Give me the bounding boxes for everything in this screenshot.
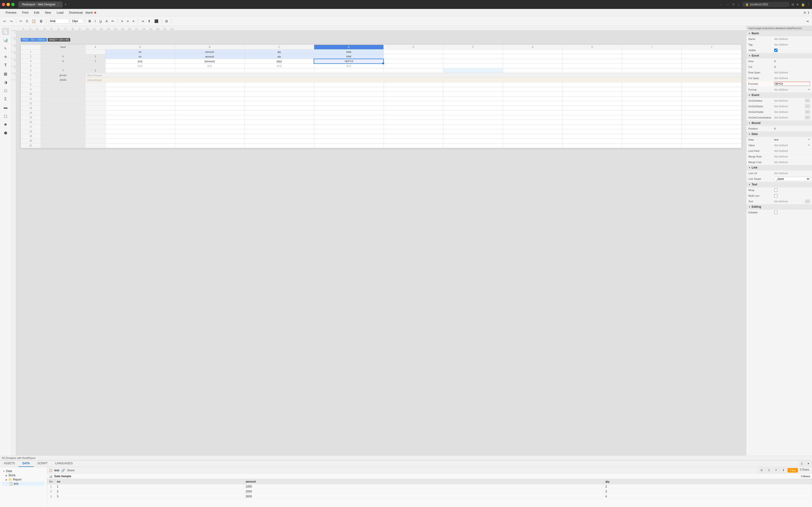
cell-5-a[interactable] <box>105 68 175 73</box>
section-text[interactable]: ▼ Text <box>747 182 812 187</box>
browser-tab-active[interactable]: Realreport - Web Designer × <box>18 1 62 7</box>
cell-2-i[interactable] <box>622 54 682 59</box>
bold-button[interactable]: B <box>87 18 92 24</box>
cell-4-a[interactable]: (0.0) <box>105 64 175 68</box>
cell-1-g[interactable] <box>503 50 562 54</box>
home-button[interactable]: ⌂ <box>737 2 741 7</box>
data-action-btn-3[interactable]: ⟳ <box>773 468 779 472</box>
sidebar-icon-move[interactable]: ✛ <box>2 53 9 61</box>
address-bar[interactable]: 🔒 localhost:5501 <box>743 2 790 7</box>
data-table-container[interactable]: No no amount qty 1 1 1000 2 <box>47 479 812 507</box>
cell-2-b[interactable]: amount <box>175 54 244 59</box>
sidebar-icon-sum[interactable]: Σ <box>2 95 9 103</box>
data-action-btn-4[interactable]: ⬇ <box>780 468 786 472</box>
cell-4-c[interactable]: (0.2) <box>244 64 314 68</box>
italic-button[interactable]: I <box>93 18 97 24</box>
prop-format-dropdown[interactable]: ▼ <box>808 88 810 91</box>
sidebar-icon-box[interactable]: ▢ <box>2 112 9 120</box>
cell-3-b[interactable]: [amount] <box>175 59 244 64</box>
sidebar-icon-user[interactable]: ☻ <box>2 121 9 128</box>
font-name-input[interactable] <box>48 18 69 24</box>
sidebar-icon-bar[interactable]: ▬ <box>2 104 9 111</box>
cell-1-d[interactable]: total <box>314 50 384 54</box>
prop-ongetvalue-btn[interactable]: ··· <box>805 99 810 102</box>
tab-close-button[interactable]: × <box>58 3 59 6</box>
tree-item-data[interactable]: ▼ Data <box>2 469 45 473</box>
menu-load[interactable]: Load <box>54 10 66 15</box>
font-size-input[interactable] <box>70 18 83 24</box>
cell-2-a[interactable]: no <box>105 54 175 59</box>
cell-5-i[interactable] <box>622 68 682 73</box>
tree-item-stock[interactable]: ▶ Stock <box>2 473 45 477</box>
sidebar-icon-text[interactable]: T <box>2 61 9 69</box>
expand-panel-button[interactable]: ⬡ <box>799 461 805 466</box>
paste-button[interactable]: 📋 <box>30 18 37 24</box>
prop-ongetstyles-btn[interactable]: ··· <box>805 105 810 108</box>
prop-value-dropdown[interactable]: ▼ <box>808 144 810 147</box>
cell-4-b[interactable]: (0.1) <box>175 64 244 68</box>
cell-1-b[interactable]: amount <box>175 50 244 54</box>
cell-1-a[interactable]: no <box>105 50 175 54</box>
canvas-area[interactable]: PAGE - 702 x 1009 px SHEET = (20 x 40) <box>16 31 746 500</box>
cell-3-j[interactable] <box>682 59 742 64</box>
highlight-button[interactable]: ✏ <box>110 18 116 24</box>
data-action-btn-1[interactable]: ⊞ <box>758 468 765 472</box>
cell-5-b[interactable] <box>175 68 244 73</box>
tab-assets[interactable]: ASSETS <box>0 460 18 467</box>
sidebar-icon-shape[interactable]: ◑ <box>2 78 9 86</box>
tab-languages[interactable]: LANGUAGES <box>51 460 77 467</box>
bookmarks-icon[interactable]: ⊞ <box>791 3 794 6</box>
prop-multiline-checkbox[interactable] <box>774 194 777 198</box>
more-button[interactable]: ⬛ <box>153 18 160 24</box>
settings-icon[interactable]: ⚙ <box>804 11 806 14</box>
info-icon[interactable]: ℹ <box>808 11 809 14</box>
cell-1-i[interactable] <box>622 50 682 54</box>
section-link[interactable]: ▼ Link <box>747 165 812 170</box>
cell-3-a[interactable]: [no] <box>105 59 175 64</box>
prop-wrap-checkbox[interactable] <box>774 188 777 192</box>
cell-1-j[interactable] <box>682 50 742 54</box>
cell-3-f[interactable] <box>443 59 503 64</box>
prop-data-dropdown[interactable]: ▼ <box>808 138 810 141</box>
prop-ongetcontextvalue-btn[interactable]: ··· <box>805 116 810 119</box>
maximize-window-button[interactable] <box>11 3 14 6</box>
prop-ongetvisible-btn[interactable]: ··· <box>805 110 810 114</box>
tab-data[interactable]: DATA <box>18 460 34 467</box>
tab-script[interactable]: SCRIPT <box>34 460 51 467</box>
sidebar-icon-diamond[interactable]: ⬢ <box>2 129 9 136</box>
prop-text-btn[interactable]: ··· <box>805 200 810 203</box>
section-bound[interactable]: ▼ Bound <box>747 120 812 126</box>
cell-5-h[interactable] <box>562 68 622 73</box>
section-event[interactable]: ▼ Event <box>747 93 812 98</box>
close-window-button[interactable] <box>2 3 5 6</box>
cell-4-d[interactable]: (0.1) <box>314 64 384 68</box>
data-clear-button[interactable]: Clear <box>788 468 798 472</box>
font-color-button[interactable]: A <box>104 18 109 24</box>
prop-visible-checkbox[interactable] <box>774 49 777 52</box>
prop-formula-input[interactable] <box>774 82 810 86</box>
cell-4-j[interactable] <box>682 64 742 68</box>
cell-5-j[interactable] <box>682 68 742 73</box>
cell-5-g[interactable] <box>503 68 562 73</box>
sidebar-icon-page[interactable]: 📄 <box>2 28 9 35</box>
cell-1-c[interactable]: qty <box>244 50 314 54</box>
cell-5-e[interactable] <box>384 68 443 73</box>
profile-icon[interactable]: 🔒 <box>801 3 805 6</box>
align-center-button[interactable]: ≡ <box>125 18 130 24</box>
cell-1-e[interactable] <box>384 50 443 54</box>
cell-3-i[interactable] <box>622 59 682 64</box>
cell-4-f[interactable] <box>443 64 503 68</box>
tree-item-report[interactable]: ▶ 📁 Report <box>2 477 45 482</box>
data-action-btn-2[interactable]: ⊡ <box>766 468 772 472</box>
star-icon[interactable]: ★ <box>796 3 799 6</box>
collapse-panel-button[interactable]: ✕ <box>806 461 811 466</box>
cell-2-d[interactable]: total <box>314 54 384 59</box>
section-excel[interactable]: ▼ Excel <box>747 53 812 58</box>
cell-3-c[interactable]: [qty] <box>244 59 314 64</box>
menu-new[interactable]: New <box>42 10 54 15</box>
sidebar-icon-hex[interactable]: ⬡ <box>2 87 9 94</box>
menu-print[interactable]: Print <box>19 10 31 15</box>
refresh-button[interactable]: ↻ <box>731 2 736 7</box>
align-left-button[interactable]: ≡ <box>119 18 124 24</box>
copy-button[interactable]: ⎘ <box>25 18 30 24</box>
